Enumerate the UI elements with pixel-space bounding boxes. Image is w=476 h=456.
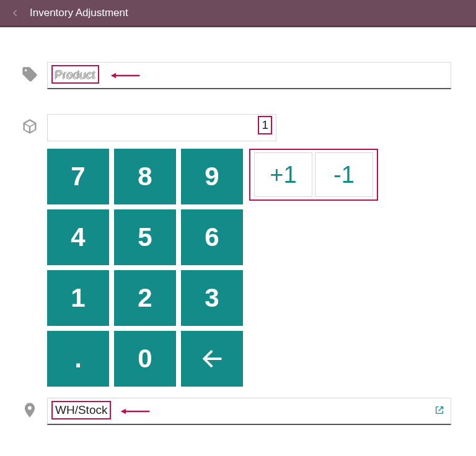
quantity-row: 1 7 8 9 4 5 6 1 2 3 . 0: [17, 114, 451, 387]
header: Inventory Adjustment: [0, 0, 476, 27]
key-dot[interactable]: .: [47, 331, 109, 387]
key-6[interactable]: 6: [181, 209, 243, 265]
numpad: 7 8 9 4 5 6 1 2 3 . 0: [47, 149, 243, 387]
keypad-area: 7 8 9 4 5 6 1 2 3 . 0 +1: [47, 149, 451, 387]
key-2[interactable]: 2: [114, 270, 176, 326]
main-content: Product 1 7 8 9 4: [0, 27, 476, 425]
tag-icon: [17, 62, 42, 83]
quantity-highlight: 1: [258, 116, 272, 134]
minus-one-button[interactable]: -1: [315, 152, 373, 197]
key-9[interactable]: 9: [181, 149, 243, 204]
key-1[interactable]: 1: [47, 270, 109, 326]
cube-icon: [17, 114, 42, 135]
key-0[interactable]: 0: [114, 331, 176, 387]
product-input-wrap: Product: [47, 62, 451, 89]
product-row: Product: [17, 62, 451, 89]
key-backspace[interactable]: [181, 331, 243, 387]
quantity-display[interactable]: 1: [47, 114, 276, 141]
location-row: WH/Stock: [17, 398, 451, 425]
increment-decrement: +1 -1: [249, 149, 378, 387]
key-3[interactable]: 3: [181, 270, 243, 326]
key-8[interactable]: 8: [114, 149, 176, 204]
location-pin-icon: [17, 398, 42, 419]
location-input[interactable]: [54, 405, 444, 418]
key-7[interactable]: 7: [47, 149, 109, 204]
external-link-button[interactable]: [434, 405, 444, 418]
arrow-left-icon: [198, 344, 226, 373]
plus-one-button[interactable]: +1: [254, 152, 312, 197]
key-4[interactable]: 4: [47, 209, 109, 265]
incdec-highlight: +1 -1: [249, 149, 378, 201]
chevron-left-icon: [9, 7, 20, 19]
product-input[interactable]: [54, 69, 444, 82]
external-link-icon: [434, 405, 444, 415]
key-5[interactable]: 5: [114, 209, 176, 265]
page-title: Inventory Adjustment: [30, 7, 128, 19]
location-input-wrap: WH/Stock: [47, 398, 451, 425]
back-button[interactable]: [7, 7, 22, 19]
